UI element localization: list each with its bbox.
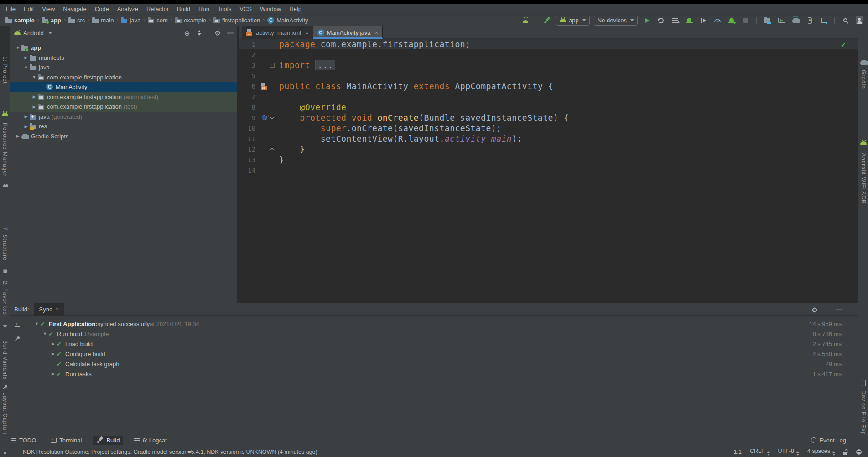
tree-row-res[interactable]: ▶res [10,121,237,131]
overrides-method-icon[interactable] [262,115,267,120]
stripe-button-2-favorites[interactable]: 2: Favorites [0,281,10,315]
profiler-button[interactable] [712,16,722,26]
tree-collapse-arrow[interactable]: ▶ [22,124,30,129]
tree-row-com-example-firstapplication[interactable]: ▶com.example.firstapplication(androidTes… [10,92,237,102]
fold-close-icon[interactable] [270,147,275,152]
code-line-9[interactable]: 9 protected void onCreate(Bundle savedIn… [239,112,858,123]
tree-row-app[interactable]: ▼app [10,43,237,53]
tree-collapse-arrow[interactable]: ▶ [14,134,21,138]
code-line-7[interactable]: 7 [239,91,858,102]
build-collapse-arrow[interactable]: ▶ [50,341,57,346]
code-editor[interactable]: ✔ 1package com.example.firstapplication;… [239,39,858,175]
code-line-2[interactable]: 2 [239,49,858,60]
collapse-all-button[interactable] [197,30,202,36]
inspections-ok-icon[interactable]: ✔ [841,41,846,48]
code-line-8[interactable]: 8 @Override [239,102,858,112]
apply-changes-button[interactable] [656,16,666,26]
android-wifi-adb-button[interactable] [520,16,530,26]
event-log-button[interactable]: Event Log [811,437,846,444]
menu-item-refactor[interactable]: Refactor [142,4,173,15]
stripe-button-layout-captures[interactable]: Layout Captures [0,392,10,439]
profile-debug-apk-button[interactable] [727,16,737,26]
tree-collapse-arrow[interactable]: ▶ [31,105,38,109]
tree-row-Gradle-Scripts[interactable]: ▶Gradle Scripts [10,131,237,142]
toolwindow-button-todo[interactable]: TODO [7,436,40,445]
line-separator-widget[interactable]: CRLF [750,448,770,456]
close-icon[interactable]: × [374,29,378,36]
menu-item-help[interactable]: Help [285,4,306,15]
editor-tab-MainActivity-java[interactable]: MainActivity.java× [313,26,383,39]
breadcrumb-item-app[interactable]: app [41,17,62,24]
toolwindow-button-6-logcat[interactable]: 6: Logcat [130,436,171,445]
profile-avatar-button[interactable] [854,16,864,26]
search-everywhere-button[interactable] [840,16,850,26]
code-line-14[interactable]: 14 [239,165,858,175]
tree-row-com-example-firstapplication[interactable]: ▼com.example.firstapplication [10,73,237,83]
code-line-6[interactable]: 6public class MainActivity extends AppCo… [239,81,858,91]
locate-file-button[interactable]: ⊕ [184,30,190,37]
toolwindow-button-terminal[interactable]: Terminal [47,436,85,445]
tree-row-java[interactable]: ▼java [10,63,237,73]
tree-row-java[interactable]: ▶java(generated) [10,112,237,122]
project-view-select[interactable]: Android [14,30,52,37]
stripe-button-build-variants[interactable]: Build Variants [0,340,10,380]
build-row[interactable]: ▼✔Run build D:\sample8 s 786 ms [24,329,858,339]
pin-button[interactable] [15,335,20,342]
build-expand-arrow[interactable]: ▼ [42,331,48,336]
run-configuration-select[interactable]: app [556,16,590,26]
stripe-button-android-wifi-adb[interactable]: Android WiFi ADB [858,153,868,204]
run-button[interactable] [642,16,652,26]
stop-button[interactable] [741,16,751,26]
related-layout-file-icon[interactable] [261,83,268,90]
project-structure-button[interactable] [819,16,829,26]
device-manager-button[interactable] [762,16,772,26]
build-project-button[interactable] [542,16,552,26]
breadcrumb-item-example[interactable]: example [174,17,207,24]
apply-code-changes-button[interactable] [670,16,680,26]
menu-item-code[interactable]: Code [91,4,113,15]
caret-position-widget[interactable]: 1:1 [734,449,742,455]
sdk-manager-button[interactable] [805,16,815,26]
breadcrumb-item-main[interactable]: main [91,17,114,24]
code-line-3[interactable]: 3+import ... [239,60,858,70]
code-line-5[interactable]: 5 [239,70,858,81]
avd-manager-button[interactable] [776,16,786,26]
build-row[interactable]: ▶✔Configure build4 s 558 ms [24,349,858,359]
device-select[interactable]: No devices [594,16,638,26]
fold-open-icon[interactable] [270,115,275,119]
close-icon[interactable]: × [305,29,309,36]
hide-panel-button[interactable]: — [227,30,234,36]
build-row[interactable]: ▼✔First Application: synced successfully… [24,319,858,329]
tree-row-MainActivity[interactable]: MainActivity [10,82,237,92]
toggle-tool-windows-button[interactable] [4,449,9,455]
toolwindow-button-build[interactable]: Build [93,436,123,445]
code-line-1[interactable]: 1package com.example.firstapplication; [239,39,858,49]
menu-item-analyze[interactable]: Analyze [113,4,142,15]
build-row[interactable]: ▶✔Load build2 s 745 ms [24,339,858,349]
menu-item-navigate[interactable]: Navigate [59,4,90,15]
close-icon[interactable]: × [55,306,59,313]
menu-item-build[interactable]: Build [173,4,194,15]
debug-button[interactable] [684,16,694,26]
code-line-13[interactable]: 13} [239,154,858,165]
build-settings-button[interactable]: ⚙ [812,305,818,313]
build-collapse-arrow[interactable]: ▶ [50,372,57,376]
menu-item-tools[interactable]: Tools [213,4,235,15]
menu-item-edit[interactable]: Edit [20,4,38,15]
stripe-button-1-project[interactable]: 1: Project [0,56,10,84]
show-output-button[interactable] [15,320,20,327]
build-tab-sync[interactable]: Sync × [34,303,65,316]
tree-collapse-arrow[interactable]: ▶ [31,95,38,99]
breadcrumb-item-firstapplication[interactable]: firstapplication [213,17,261,24]
tree-expand-arrow[interactable]: ▼ [31,75,38,79]
menu-item-window[interactable]: Window [256,4,285,15]
encoding-widget[interactable]: UTF-8 [778,448,799,456]
attach-debugger-button[interactable] [698,16,708,26]
project-settings-button[interactable]: ⚙ [215,30,221,37]
menu-item-file[interactable]: File [2,4,20,15]
fold-expand-icon[interactable]: + [270,63,275,68]
editor-tab-activity-main-xml[interactable]: activity_main.xml× [242,26,313,39]
tree-expand-arrow[interactable]: ▼ [14,46,21,50]
breadcrumb-item-com[interactable]: com [147,17,169,24]
breadcrumb-item-sample[interactable]: sample [5,17,36,24]
